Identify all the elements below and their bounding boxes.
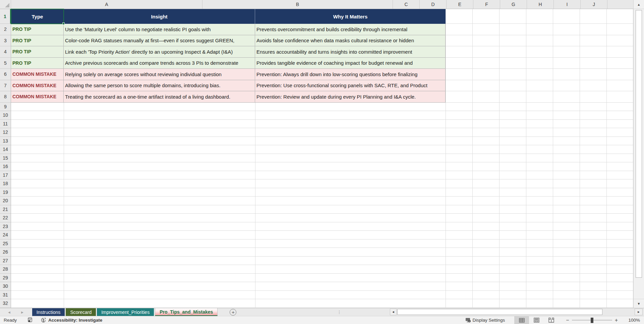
page-layout-view-button[interactable] — [529, 316, 544, 324]
sheet-tab[interactable]: Pro_Tips_and_Mistakes — [155, 308, 218, 316]
sheet-tab[interactable]: Scorecard — [66, 308, 96, 316]
sheet-nav-prev-icon[interactable]: ◄ — [7, 310, 11, 314]
grid-row[interactable] — [11, 128, 633, 137]
row-header[interactable]: 32 — [0, 299, 11, 308]
cell-why[interactable]: Prevention: Use cross-functional scoring… — [255, 80, 446, 92]
column-header[interactable]: H — [527, 0, 554, 9]
select-all-corner[interactable] — [0, 0, 11, 9]
cell-type[interactable]: COMMON MISTAKE — [11, 69, 64, 80]
row-header[interactable]: 16 — [0, 162, 11, 171]
row-header[interactable]: 21 — [0, 205, 11, 214]
grid-row[interactable] — [11, 205, 633, 214]
row-header[interactable]: 29 — [0, 274, 11, 282]
grid-row[interactable] — [11, 274, 633, 282]
row-header[interactable]: 15 — [0, 154, 11, 163]
cell-why[interactable]: Prevention: Review and update during eve… — [255, 91, 446, 103]
row-header[interactable]: 14 — [0, 145, 11, 154]
tab-scroll-splitter-icon[interactable]: ⋮ — [337, 310, 341, 315]
column-header[interactable]: B — [202, 0, 393, 9]
normal-view-button[interactable] — [514, 316, 529, 324]
grid-row[interactable] — [11, 162, 633, 171]
grid-row[interactable] — [11, 188, 633, 197]
add-sheet-button[interactable]: + — [230, 309, 236, 316]
zoom-in-button[interactable]: + — [612, 317, 621, 323]
grid-row[interactable] — [11, 154, 633, 163]
scroll-down-icon[interactable]: ▼ — [634, 299, 644, 308]
cell-insight[interactable]: Relying solely on average scores without… — [64, 69, 255, 80]
vertical-scrollbar[interactable]: ▲ ▼ — [633, 0, 644, 308]
row-header[interactable]: 3 — [0, 35, 11, 47]
row-header[interactable]: 20 — [0, 197, 11, 205]
zoom-out-button[interactable]: − — [563, 317, 572, 323]
row-header[interactable]: 18 — [0, 179, 11, 188]
grid-row[interactable] — [11, 111, 633, 120]
column-header[interactable]: D — [420, 0, 447, 9]
cell-why[interactable]: Prevention: Always drill down into low-s… — [255, 69, 446, 80]
cell-insight[interactable]: Use the 'Maturity Level' column to negot… — [64, 24, 255, 35]
grid-row[interactable] — [11, 137, 633, 146]
cell-type[interactable]: PRO TIP — [11, 46, 64, 58]
cell-why[interactable]: Prevents overcommitment and builds credi… — [255, 24, 446, 35]
row-header[interactable]: 4 — [0, 46, 11, 58]
grid-row[interactable] — [11, 214, 633, 222]
cell-header-why[interactable]: Why It Matters — [255, 9, 446, 24]
row-header[interactable]: 8 — [0, 91, 11, 103]
row-header[interactable]: 23 — [0, 222, 11, 231]
cell-why[interactable]: Provides tangible evidence of coaching i… — [255, 58, 446, 69]
zoom-level[interactable]: 100% — [621, 318, 640, 323]
grid-row[interactable] — [11, 103, 633, 111]
grid-row[interactable] — [11, 120, 633, 128]
row-header[interactable]: 26 — [0, 248, 11, 257]
grid-row[interactable] — [11, 222, 633, 231]
grid-row[interactable] — [11, 257, 633, 265]
grid-row[interactable] — [11, 239, 633, 248]
grid-row[interactable] — [11, 282, 633, 291]
row-header[interactable]: 12 — [0, 128, 11, 137]
cell-header-type[interactable]: Type — [11, 9, 64, 24]
grid-row[interactable] — [11, 145, 633, 154]
row-header[interactable]: 25 — [0, 239, 11, 248]
row-header[interactable]: 19 — [0, 188, 11, 197]
macro-record-icon[interactable] — [27, 317, 33, 323]
sheet-nav-next-icon[interactable]: ► — [20, 310, 24, 314]
row-header[interactable]: 28 — [0, 265, 11, 274]
cell-type[interactable]: COMMON MISTAKE — [11, 91, 64, 103]
column-header[interactable]: F — [473, 0, 500, 9]
grid-row[interactable] — [11, 197, 633, 205]
column-header[interactable]: G — [500, 0, 527, 9]
cell-header-insight[interactable]: Insight — [64, 9, 255, 24]
row-header[interactable]: 9 — [0, 103, 11, 111]
cell-insight[interactable]: Treating the scorecard as a one-time art… — [64, 91, 255, 103]
sheet-tab[interactable]: Instructions — [32, 308, 65, 316]
row-header[interactable]: 22 — [0, 214, 11, 222]
row-header[interactable]: 5 — [0, 58, 11, 69]
cell-type[interactable]: COMMON MISTAKE — [11, 80, 64, 92]
cell-insight[interactable]: Link each 'Top Priority Action' directly… — [64, 46, 255, 58]
grid-row[interactable] — [11, 179, 633, 188]
cell-type[interactable]: PRO TIP — [11, 35, 64, 47]
grid-row[interactable] — [11, 265, 633, 274]
column-header[interactable]: C — [393, 0, 420, 9]
horizontal-scrollbar-thumb[interactable] — [397, 309, 602, 315]
row-header[interactable]: 2 — [0, 24, 11, 35]
scroll-right-icon[interactable]: ► — [635, 309, 643, 315]
horizontal-scrollbar[interactable]: ◄ — [390, 309, 631, 315]
row-header[interactable]: 30 — [0, 282, 11, 291]
accessibility-status[interactable]: Accessibility: Investigate — [41, 317, 102, 323]
row-header[interactable]: 13 — [0, 137, 11, 146]
grid-row[interactable] — [11, 248, 633, 257]
row-header[interactable]: 27 — [0, 257, 11, 265]
row-header[interactable]: 1 — [0, 9, 11, 24]
display-settings-button[interactable]: Display Settings — [465, 318, 505, 323]
sheet-tab[interactable]: Improvement_Priorities — [97, 308, 154, 316]
cell-insight[interactable]: Archive previous scorecards and compare … — [64, 58, 255, 69]
vertical-scrollbar-thumb[interactable] — [636, 10, 642, 278]
row-header[interactable]: 31 — [0, 291, 11, 300]
row-header[interactable]: 11 — [0, 120, 11, 128]
row-header[interactable]: 10 — [0, 111, 11, 120]
grid-row[interactable] — [11, 231, 633, 239]
zoom-slider-thumb[interactable] — [591, 318, 593, 323]
grid-row[interactable] — [11, 291, 633, 300]
cell-why[interactable]: Ensures accountability and turns insight… — [255, 46, 446, 58]
cell-insight[interactable]: Allowing the same person to score multip… — [64, 80, 255, 92]
